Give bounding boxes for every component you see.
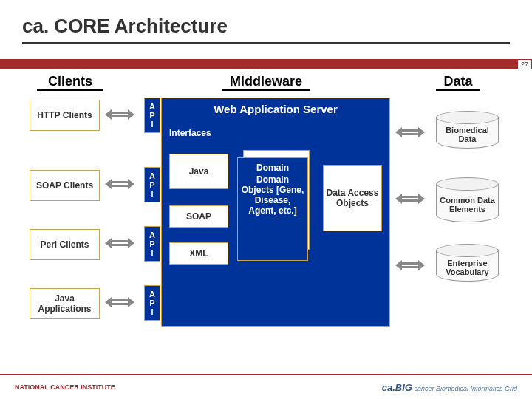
domain-objects: Domain Domain Objects [Gene, Disease, Ag… (237, 157, 308, 261)
column-header-data: Data (436, 74, 480, 91)
footer-left-logo: NATIONAL CANCER INSTITUTE (15, 383, 115, 391)
interfaces-label: Interfaces (169, 128, 211, 138)
was-title: Web Application Server (162, 98, 389, 123)
bi-arrow-icon (395, 260, 425, 270)
cylinder-icon (436, 244, 499, 257)
cylinder-common-data-elements: Common Data Elements (436, 177, 499, 222)
bi-arrow-icon (105, 238, 134, 248)
domain-body: Domain Objects [Gene, Disease, Agent, et… (241, 174, 304, 216)
footer-right-logo: ca.BIG cancer Biomedical Informatics Gri… (382, 382, 517, 393)
web-app-server: Web Application Server Interfaces Java S… (161, 98, 390, 327)
interface-soap: SOAP (169, 205, 228, 228)
client-java: Java Applications (30, 288, 100, 319)
cylinder-icon (436, 111, 499, 124)
footer: NATIONAL CANCER INSTITUTE ca.BIG cancer … (0, 374, 532, 399)
cylinder-enterprise-vocab: Enterprise Vocabulary (436, 244, 499, 282)
page-number: 27 (517, 59, 532, 69)
bi-arrow-icon (105, 297, 134, 307)
slide: ca. CORE Architecture 27 Clients Middlew… (0, 0, 532, 399)
bi-arrow-icon (105, 179, 134, 189)
data-access-objects: Data Access Objects (323, 165, 382, 231)
pagenum-bar: 27 (0, 59, 532, 69)
column-header-clients: Clients (37, 74, 103, 91)
footer-brand: ca.BIG (382, 382, 412, 393)
api-label: API (144, 285, 160, 321)
interface-xml: XML (169, 242, 228, 265)
api-label: API (144, 226, 160, 262)
footer-subtitle: cancer Biomedical Informatics Grid (414, 385, 517, 392)
cylinder-icon (436, 177, 499, 191)
slide-title: ca. CORE Architecture (22, 15, 510, 44)
architecture-diagram: Clients Middleware Data HTTP Clients SOA… (22, 74, 510, 355)
api-label: API (144, 98, 160, 133)
api-label: API (144, 167, 160, 202)
column-header-middleware: Middleware (222, 74, 310, 91)
interface-java: Java (169, 154, 228, 189)
client-http: HTTP Clients (30, 100, 100, 131)
domain-heading: Domain (241, 163, 304, 173)
cylinder-biomedical-data: Biomedical Data (436, 111, 499, 149)
client-soap: SOAP Clients (30, 170, 100, 201)
bi-arrow-icon (105, 109, 134, 120)
bi-arrow-icon (395, 127, 425, 137)
client-perl: Perl Clients (30, 229, 100, 260)
bi-arrow-icon (395, 194, 425, 204)
